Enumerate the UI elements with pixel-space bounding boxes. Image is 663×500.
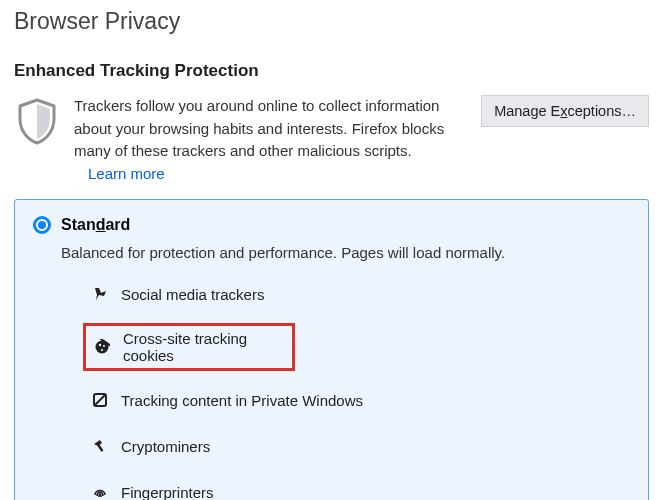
blocked-list: Social media trackers Cross-site trackin… <box>85 279 630 500</box>
list-label: Cryptominers <box>121 438 210 455</box>
shield-icon <box>14 95 60 145</box>
std-title-accel: d <box>96 216 106 233</box>
standard-radio[interactable] <box>33 216 51 234</box>
list-label: Tracking content in Private Windows <box>121 392 363 409</box>
list-item-cryptominers: Cryptominers <box>85 431 630 461</box>
private-icon <box>91 391 109 409</box>
manage-btn-text-b: ceptions… <box>567 103 636 119</box>
social-icon <box>91 285 109 303</box>
learn-more-link[interactable]: Learn more <box>88 165 165 182</box>
cookie-icon <box>93 338 111 356</box>
radio-dot <box>38 221 46 229</box>
list-item-fingerprinters: Fingerprinters <box>85 477 630 500</box>
list-label: Cross-site tracking cookies <box>123 330 285 364</box>
standard-radio-row[interactable]: Standard <box>33 216 630 234</box>
manage-btn-text-a: Manage E <box>494 103 560 119</box>
intro-row: Trackers follow you around online to col… <box>14 95 649 185</box>
list-label: Fingerprinters <box>121 484 214 501</box>
section-title: Enhanced Tracking Protection <box>14 61 649 81</box>
std-title-a: Stan <box>61 216 96 233</box>
intro-body: Trackers follow you around online to col… <box>74 97 444 159</box>
manage-exceptions-button[interactable]: Manage Exceptions… <box>481 95 649 127</box>
list-label: Social media trackers <box>121 286 264 303</box>
standard-desc: Balanced for protection and performance.… <box>61 244 630 261</box>
intro-text: Trackers follow you around online to col… <box>74 95 467 185</box>
svg-point-2 <box>103 345 105 347</box>
standard-title: Standard <box>61 216 130 234</box>
list-item-cookies: Cross-site tracking cookies <box>85 325 293 369</box>
std-title-b: ard <box>105 216 130 233</box>
cryptominer-icon <box>91 437 109 455</box>
fingerprint-icon <box>91 483 109 500</box>
list-item-private: Tracking content in Private Windows <box>85 385 630 415</box>
svg-point-3 <box>101 349 103 351</box>
svg-rect-7 <box>97 444 104 452</box>
list-item-social: Social media trackers <box>85 279 630 309</box>
standard-card: Standard Balanced for protection and per… <box>14 199 649 500</box>
svg-point-1 <box>99 344 101 346</box>
svg-line-6 <box>95 395 105 405</box>
page-title: Browser Privacy <box>14 8 649 35</box>
